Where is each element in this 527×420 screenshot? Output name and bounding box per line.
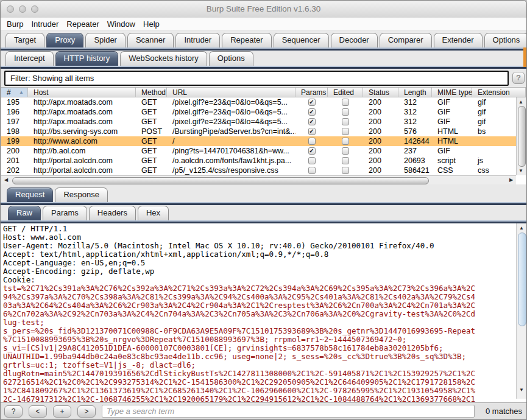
cell-ext: gif <box>472 117 516 127</box>
column-header-label: URL <box>172 88 187 97</box>
search-prev-button[interactable]: < <box>29 405 47 418</box>
filter-help-button[interactable]: ? <box>512 72 525 84</box>
cell-host: http://b.aol.com <box>28 146 136 156</box>
search-help-button[interactable]: ? <box>4 405 23 418</box>
column-header-host[interactable]: Host <box>28 88 136 97</box>
column-header-length[interactable]: Length <box>398 88 432 97</box>
tab-params[interactable]: Params <box>43 206 87 220</box>
tab-spider[interactable]: Spider <box>85 33 126 47</box>
scroll-left-icon[interactable]: ◀ <box>2 176 10 184</box>
column-header-num[interactable]: #▲ <box>1 88 28 97</box>
vertical-scroll-thumb[interactable] <box>518 106 526 167</box>
menu-window[interactable]: Window <box>107 19 140 29</box>
cell-mime: HTML <box>432 127 472 136</box>
window-minimize-icon[interactable] <box>19 5 26 13</box>
cell-status: 200 <box>363 156 398 166</box>
tab-extender[interactable]: Extender <box>434 33 483 47</box>
params-cell: ✓ <box>295 107 328 117</box>
scroll-down-icon[interactable]: ▼ <box>517 386 526 394</box>
cell-mime: CSS <box>432 166 472 175</box>
table-row[interactable]: 202http://portal.aolcdn.comGET/p5/_v125.… <box>1 166 516 175</box>
tab-proxy[interactable]: Proxy <box>46 33 83 47</box>
table-row[interactable]: 199http://www.aol.comGET/200142644HTML <box>1 136 516 146</box>
tab-intruder[interactable]: Intruder <box>175 33 220 47</box>
table-row[interactable]: 197http://apx.moatads.comGET/pixel.gif?e… <box>1 117 516 127</box>
tab-websockets-history[interactable]: WebSockets history <box>120 51 207 66</box>
column-header-params[interactable]: Params <box>295 88 328 97</box>
column-header-status[interactable]: Status <box>363 88 398 97</box>
column-header-extension[interactable]: Extension <box>472 88 526 97</box>
tab-http-history[interactable]: HTTP history <box>55 51 119 66</box>
table-vertical-scrollbar[interactable]: ▲ ▼ <box>516 97 526 175</box>
horizontal-scroll-thumb[interactable] <box>12 177 429 184</box>
cell-host: http://apx.moatads.com <box>28 107 136 117</box>
tab-sequencer[interactable]: Sequencer <box>274 33 329 47</box>
edited-checkbox <box>342 118 349 125</box>
table-row[interactable]: 200http://b.aol.comGET/ping?ts=144701704… <box>1 146 516 156</box>
tab-intercept[interactable]: Intercept <box>5 51 54 66</box>
table-horizontal-scrollbar[interactable]: ◀ ▶ <box>1 175 516 184</box>
tab-response[interactable]: Response <box>55 187 108 202</box>
tab-repeater[interactable]: Repeater <box>222 33 271 47</box>
tab-request[interactable]: Request <box>7 187 53 202</box>
window-zoom-icon[interactable] <box>31 5 38 13</box>
column-header-method[interactable]: Method <box>136 88 167 97</box>
menu-help[interactable]: Help <box>143 19 164 29</box>
request-raw-view[interactable]: GET / HTTP/1.1 Host: www.aol.com User-Ag… <box>1 223 526 404</box>
search-next-button[interactable]: > <box>77 405 96 418</box>
edited-cell <box>328 127 363 136</box>
raw-scroll-thumb[interactable] <box>518 233 526 326</box>
tab-raw[interactable]: Raw <box>8 206 41 220</box>
cell-method: GET <box>136 97 167 107</box>
tab-hex[interactable]: Hex <box>138 206 169 220</box>
tab-comparer[interactable]: Comparer <box>380 33 432 47</box>
edited-checkbox <box>342 167 349 174</box>
params-checkbox <box>308 167 316 174</box>
window-close-icon[interactable] <box>7 5 14 13</box>
tab-target[interactable]: Target <box>5 33 44 47</box>
params-checkbox: ✓ <box>308 128 316 135</box>
table-row[interactable]: 196http://apx.moatads.comGET/pixel.gif?e… <box>1 107 516 117</box>
http-history-table: #▲HostMethodURLParamsEditedStatusLengthM… <box>1 87 526 184</box>
menu-repeater[interactable]: Repeater <box>66 19 103 29</box>
cell-url: /pixel.gif?e=23&q=0&lo=0&qs=5... <box>167 97 295 107</box>
scroll-up-icon[interactable]: ▲ <box>517 98 525 106</box>
column-header-label: MIME type <box>437 88 472 97</box>
column-header-label: Extension <box>478 88 510 97</box>
tab-headers[interactable]: Headers <box>89 206 136 220</box>
scroll-right-icon[interactable]: ▶ <box>507 176 515 184</box>
menu-intruder[interactable]: Intruder <box>31 19 63 29</box>
tab-scanner[interactable]: Scanner <box>127 33 174 47</box>
tab-decoder[interactable]: Decoder <box>331 33 378 47</box>
cell-method: GET <box>136 136 167 146</box>
cell-host: http://portal.aolcdn.com <box>28 166 136 175</box>
column-header-label: Host <box>34 88 49 97</box>
scroll-up-icon[interactable]: ▲ <box>517 224 526 232</box>
search-input[interactable] <box>102 405 475 418</box>
scroll-down-icon[interactable]: ▼ <box>517 167 525 175</box>
edited-checkbox <box>342 138 349 145</box>
cell-status: 200 <box>363 97 398 107</box>
column-header-url[interactable]: URL <box>167 88 295 97</box>
edited-checkbox <box>342 157 349 164</box>
params-checkbox: ✓ <box>308 108 316 116</box>
cell-url: /p5/_v125.4/css/responsive.css <box>167 166 295 175</box>
params-checkbox <box>308 157 316 164</box>
cell-url: /pixel.gif?e=23&q=0&lo=0&qs=5... <box>167 107 295 117</box>
cell-host: http://portal.aolcdn.com <box>28 156 136 166</box>
table-row[interactable]: 195http://apx.moatads.comGET/pixel.gif?e… <box>1 97 516 107</box>
raw-vertical-scrollbar[interactable]: ▲ ▼ <box>516 223 526 399</box>
table-row[interactable]: 201http://portal.aolcdn.comGET/o.aolcdn.… <box>1 156 516 166</box>
table-row[interactable]: 198http://bs.serving-sys.comPOST/Burstin… <box>1 127 516 136</box>
menu-burp[interactable]: Burp <box>7 19 27 29</box>
search-add-button[interactable]: + <box>53 405 71 418</box>
tab-options[interactable]: Options <box>209 51 253 66</box>
filter-bar[interactable]: Filter: Showing all items <box>4 71 509 86</box>
column-header-edited[interactable]: Edited <box>328 88 363 97</box>
cell-mime: script <box>432 156 472 166</box>
tab-separator <box>1 202 526 205</box>
cell-length: 586421 <box>398 166 432 175</box>
tab-options[interactable]: Options <box>484 33 527 47</box>
edited-cell <box>328 117 363 127</box>
column-header-mime-type[interactable]: MIME type <box>432 88 472 97</box>
